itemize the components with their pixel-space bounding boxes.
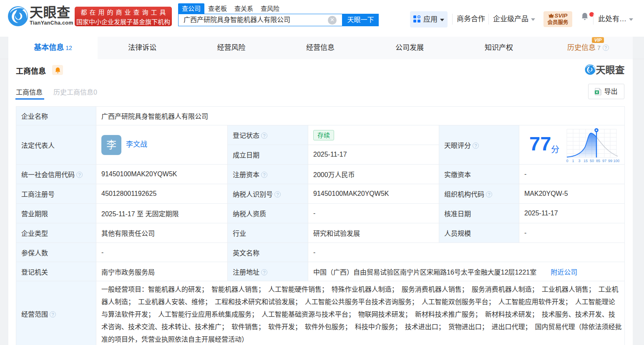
svg-text:3: 3 [578,159,580,163]
svg-text:50: 50 [590,159,594,163]
svg-text:15: 15 [584,159,588,163]
svg-text:97: 97 [602,159,606,163]
svg-text:100: 100 [613,159,619,163]
svg-text:1: 1 [572,159,574,163]
svg-text:0: 0 [566,159,568,163]
svg-text:99: 99 [608,159,612,163]
svg-text:天眼查: 天眼查 [596,65,625,75]
svg-text:85: 85 [596,159,600,163]
